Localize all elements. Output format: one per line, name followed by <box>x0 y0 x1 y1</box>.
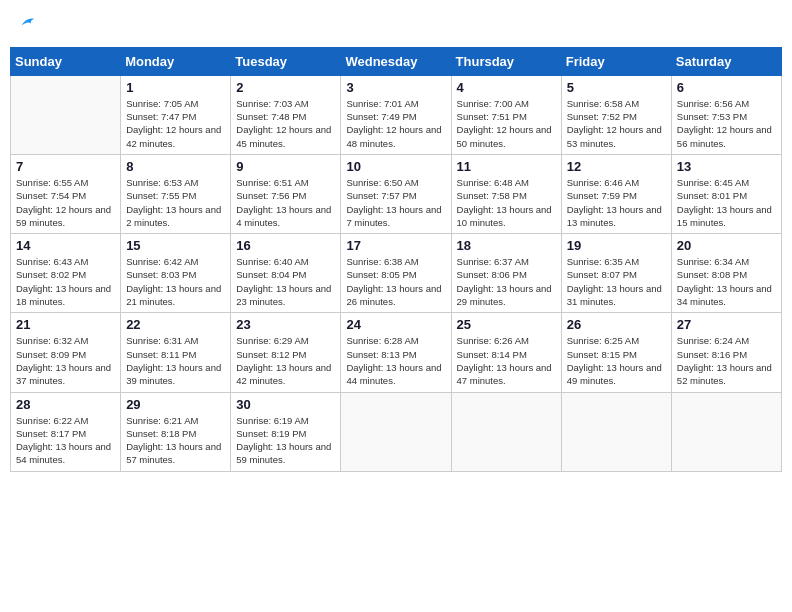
day-number: 24 <box>346 317 445 332</box>
day-info: Sunrise: 6:37 AMSunset: 8:06 PMDaylight:… <box>457 255 556 308</box>
daylight-text: Daylight: 13 hours and 54 minutes. <box>16 440 115 467</box>
sunrise-text: Sunrise: 6:56 AM <box>677 97 776 110</box>
calendar-week-row: 28Sunrise: 6:22 AMSunset: 8:17 PMDayligh… <box>11 392 782 471</box>
day-number: 29 <box>126 397 225 412</box>
sunset-text: Sunset: 8:05 PM <box>346 268 445 281</box>
calendar-cell: 12Sunrise: 6:46 AMSunset: 7:59 PMDayligh… <box>561 154 671 233</box>
daylight-text: Daylight: 13 hours and 42 minutes. <box>236 361 335 388</box>
sunset-text: Sunset: 7:57 PM <box>346 189 445 202</box>
calendar-cell: 20Sunrise: 6:34 AMSunset: 8:08 PMDayligh… <box>671 234 781 313</box>
day-info: Sunrise: 6:26 AMSunset: 8:14 PMDaylight:… <box>457 334 556 387</box>
day-number: 3 <box>346 80 445 95</box>
calendar-cell: 4Sunrise: 7:00 AMSunset: 7:51 PMDaylight… <box>451 75 561 154</box>
page-header <box>10 10 782 39</box>
day-number: 20 <box>677 238 776 253</box>
daylight-text: Daylight: 13 hours and 26 minutes. <box>346 282 445 309</box>
day-info: Sunrise: 6:29 AMSunset: 8:12 PMDaylight:… <box>236 334 335 387</box>
day-info: Sunrise: 6:25 AMSunset: 8:15 PMDaylight:… <box>567 334 666 387</box>
sunset-text: Sunset: 8:12 PM <box>236 348 335 361</box>
daylight-text: Daylight: 13 hours and 49 minutes. <box>567 361 666 388</box>
sunrise-text: Sunrise: 6:46 AM <box>567 176 666 189</box>
daylight-text: Daylight: 13 hours and 34 minutes. <box>677 282 776 309</box>
calendar-week-row: 14Sunrise: 6:43 AMSunset: 8:02 PMDayligh… <box>11 234 782 313</box>
calendar-cell <box>451 392 561 471</box>
sunset-text: Sunset: 7:47 PM <box>126 110 225 123</box>
daylight-text: Daylight: 13 hours and 10 minutes. <box>457 203 556 230</box>
day-info: Sunrise: 7:00 AMSunset: 7:51 PMDaylight:… <box>457 97 556 150</box>
calendar-table: SundayMondayTuesdayWednesdayThursdayFrid… <box>10 47 782 472</box>
day-info: Sunrise: 6:53 AMSunset: 7:55 PMDaylight:… <box>126 176 225 229</box>
logo-text <box>18 14 36 35</box>
sunrise-text: Sunrise: 6:35 AM <box>567 255 666 268</box>
daylight-text: Daylight: 13 hours and 13 minutes. <box>567 203 666 230</box>
daylight-text: Daylight: 12 hours and 45 minutes. <box>236 123 335 150</box>
calendar-cell: 1Sunrise: 7:05 AMSunset: 7:47 PMDaylight… <box>121 75 231 154</box>
daylight-text: Daylight: 13 hours and 21 minutes. <box>126 282 225 309</box>
sunrise-text: Sunrise: 7:00 AM <box>457 97 556 110</box>
logo <box>18 14 36 35</box>
daylight-text: Daylight: 12 hours and 53 minutes. <box>567 123 666 150</box>
sunset-text: Sunset: 8:08 PM <box>677 268 776 281</box>
calendar-cell: 10Sunrise: 6:50 AMSunset: 7:57 PMDayligh… <box>341 154 451 233</box>
day-number: 9 <box>236 159 335 174</box>
calendar-cell: 14Sunrise: 6:43 AMSunset: 8:02 PMDayligh… <box>11 234 121 313</box>
daylight-text: Daylight: 13 hours and 15 minutes. <box>677 203 776 230</box>
sunrise-text: Sunrise: 7:05 AM <box>126 97 225 110</box>
sunrise-text: Sunrise: 6:22 AM <box>16 414 115 427</box>
day-number: 28 <box>16 397 115 412</box>
calendar-cell: 23Sunrise: 6:29 AMSunset: 8:12 PMDayligh… <box>231 313 341 392</box>
day-number: 2 <box>236 80 335 95</box>
sunrise-text: Sunrise: 6:32 AM <box>16 334 115 347</box>
day-number: 15 <box>126 238 225 253</box>
day-info: Sunrise: 6:40 AMSunset: 8:04 PMDaylight:… <box>236 255 335 308</box>
weekday-header-sunday: Sunday <box>11 47 121 75</box>
day-number: 27 <box>677 317 776 332</box>
daylight-text: Daylight: 13 hours and 18 minutes. <box>16 282 115 309</box>
sunset-text: Sunset: 7:48 PM <box>236 110 335 123</box>
day-number: 21 <box>16 317 115 332</box>
calendar-cell: 8Sunrise: 6:53 AMSunset: 7:55 PMDaylight… <box>121 154 231 233</box>
day-number: 25 <box>457 317 556 332</box>
sunset-text: Sunset: 7:55 PM <box>126 189 225 202</box>
sunset-text: Sunset: 8:09 PM <box>16 348 115 361</box>
weekday-header-thursday: Thursday <box>451 47 561 75</box>
day-info: Sunrise: 7:03 AMSunset: 7:48 PMDaylight:… <box>236 97 335 150</box>
day-number: 23 <box>236 317 335 332</box>
day-number: 13 <box>677 159 776 174</box>
day-number: 17 <box>346 238 445 253</box>
daylight-text: Daylight: 13 hours and 52 minutes. <box>677 361 776 388</box>
calendar-week-row: 21Sunrise: 6:32 AMSunset: 8:09 PMDayligh… <box>11 313 782 392</box>
daylight-text: Daylight: 12 hours and 56 minutes. <box>677 123 776 150</box>
sunset-text: Sunset: 8:02 PM <box>16 268 115 281</box>
sunset-text: Sunset: 8:16 PM <box>677 348 776 361</box>
sunrise-text: Sunrise: 6:37 AM <box>457 255 556 268</box>
daylight-text: Daylight: 12 hours and 48 minutes. <box>346 123 445 150</box>
day-number: 14 <box>16 238 115 253</box>
sunrise-text: Sunrise: 6:24 AM <box>677 334 776 347</box>
sunset-text: Sunset: 7:52 PM <box>567 110 666 123</box>
day-info: Sunrise: 6:48 AMSunset: 7:58 PMDaylight:… <box>457 176 556 229</box>
day-number: 11 <box>457 159 556 174</box>
daylight-text: Daylight: 13 hours and 4 minutes. <box>236 203 335 230</box>
sunset-text: Sunset: 8:04 PM <box>236 268 335 281</box>
day-info: Sunrise: 6:46 AMSunset: 7:59 PMDaylight:… <box>567 176 666 229</box>
calendar-cell: 15Sunrise: 6:42 AMSunset: 8:03 PMDayligh… <box>121 234 231 313</box>
daylight-text: Daylight: 13 hours and 39 minutes. <box>126 361 225 388</box>
sunset-text: Sunset: 8:01 PM <box>677 189 776 202</box>
daylight-text: Daylight: 13 hours and 31 minutes. <box>567 282 666 309</box>
calendar-cell: 7Sunrise: 6:55 AMSunset: 7:54 PMDaylight… <box>11 154 121 233</box>
calendar-header-row: SundayMondayTuesdayWednesdayThursdayFrid… <box>11 47 782 75</box>
weekday-header-friday: Friday <box>561 47 671 75</box>
daylight-text: Daylight: 13 hours and 57 minutes. <box>126 440 225 467</box>
sunset-text: Sunset: 7:51 PM <box>457 110 556 123</box>
sunrise-text: Sunrise: 6:55 AM <box>16 176 115 189</box>
day-info: Sunrise: 6:28 AMSunset: 8:13 PMDaylight:… <box>346 334 445 387</box>
day-info: Sunrise: 6:42 AMSunset: 8:03 PMDaylight:… <box>126 255 225 308</box>
sunset-text: Sunset: 8:18 PM <box>126 427 225 440</box>
daylight-text: Daylight: 13 hours and 47 minutes. <box>457 361 556 388</box>
calendar-week-row: 1Sunrise: 7:05 AMSunset: 7:47 PMDaylight… <box>11 75 782 154</box>
day-info: Sunrise: 6:34 AMSunset: 8:08 PMDaylight:… <box>677 255 776 308</box>
sunset-text: Sunset: 7:58 PM <box>457 189 556 202</box>
calendar-cell: 19Sunrise: 6:35 AMSunset: 8:07 PMDayligh… <box>561 234 671 313</box>
sunset-text: Sunset: 8:06 PM <box>457 268 556 281</box>
